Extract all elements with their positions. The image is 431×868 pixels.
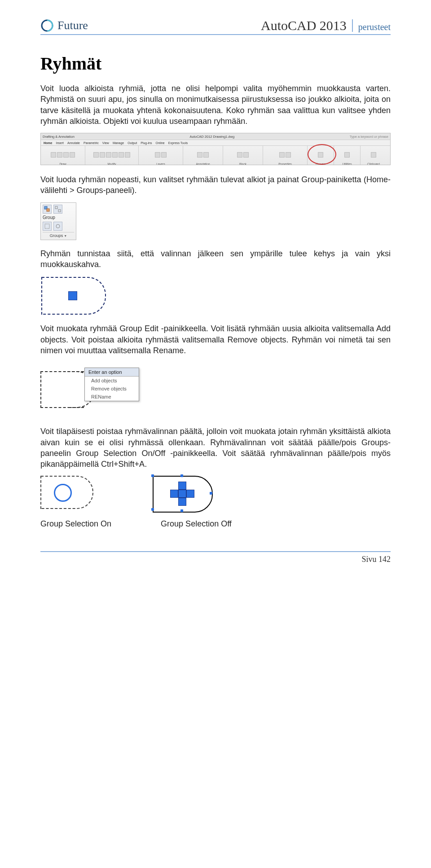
doc-subtitle: perusteet — [358, 22, 391, 32]
panel-properties: Properties — [263, 146, 308, 165]
app-title: AutoCAD 2012 Drawing1.dwg — [189, 135, 234, 139]
context-menu: Enter an option Add objects Remove objec… — [84, 368, 139, 401]
vertex-handle — [180, 509, 183, 512]
handle-center — [178, 490, 186, 498]
panel-clipboard: Clipboard — [361, 146, 387, 165]
menu-header: Enter an option — [85, 368, 139, 377]
panel-utilities: Utilities — [334, 146, 361, 165]
group-edit-icon[interactable] — [43, 222, 52, 231]
ungroup-icon[interactable] — [53, 205, 62, 214]
ribbon-tabs: Home Insert Annotate Parametric View Man… — [41, 140, 390, 146]
tab-express[interactable]: Express Tools — [168, 141, 188, 145]
handle-west — [170, 490, 178, 498]
group-button-label[interactable]: Group — [43, 215, 74, 220]
vertex-handle — [180, 474, 183, 477]
paragraph-selection-toggle: Voit tilapäisesti poistaa ryhmävalinnan … — [40, 426, 391, 469]
tab-manage[interactable]: Manage — [113, 141, 124, 145]
tab-view[interactable]: View — [102, 141, 109, 145]
title-separator — [352, 19, 353, 32]
panel-modify: Modify — [85, 146, 139, 165]
handle-north — [178, 482, 186, 490]
vertex-handle — [210, 492, 212, 495]
future-logo-icon — [40, 19, 54, 32]
groups-panel-screenshot: Group Groups — [40, 202, 76, 240]
svg-rect-3 — [55, 206, 57, 209]
ribbon-title-bar: Drafting & Annotation AutoCAD 2012 Drawi… — [41, 133, 390, 140]
handle-south — [178, 498, 186, 506]
selection-on-example — [40, 476, 94, 514]
menu-item-add[interactable]: Add objects — [85, 377, 139, 385]
panel-layers: Layers — [139, 146, 183, 165]
page-footer: Sivu 142 — [40, 551, 391, 564]
page-header: Future AutoCAD 2013 perusteet — [40, 18, 391, 35]
group-selection-icon[interactable] — [53, 222, 62, 231]
caption-on: Group Selection On — [40, 519, 111, 529]
tab-home[interactable]: Home — [44, 141, 52, 145]
page-number: Sivu 142 — [361, 555, 391, 564]
groups-panel-footer[interactable]: Groups — [43, 232, 74, 238]
selection-off-example — [153, 476, 216, 514]
panel-annotation: Annotation — [183, 146, 223, 165]
vertex-handle — [151, 474, 154, 477]
group-edit-menu-screenshot: Enter an option Add objects Remove objec… — [40, 362, 144, 416]
search-box[interactable]: Type a keyword or phrase — [350, 135, 388, 139]
header-title: AutoCAD 2013 perusteet — [261, 18, 391, 33]
handle-east — [186, 490, 194, 498]
brand-name: Future — [57, 19, 88, 32]
tab-parametric[interactable]: Parametric — [84, 141, 99, 145]
tab-online[interactable]: Online — [156, 141, 165, 145]
tab-annotate[interactable]: Annotate — [67, 141, 80, 145]
group-handle-icon — [68, 291, 77, 300]
selection-examples — [40, 476, 391, 514]
svg-point-6 — [56, 224, 60, 228]
svg-rect-2 — [47, 209, 49, 211]
tab-output[interactable]: Output — [128, 141, 137, 145]
paragraph-create: Voit luoda ryhmän nopeasti, kun valitset… — [40, 174, 391, 196]
paragraph-recognize: Ryhmän tunnistaa siitä, että valinnan jä… — [40, 248, 391, 270]
doc-title: AutoCAD 2013 — [261, 18, 347, 33]
group-icon[interactable] — [43, 205, 52, 214]
paragraph-edit: Voit muokata ryhmää Group Edit -painikke… — [40, 323, 391, 356]
panel-groups: Groups — [308, 146, 334, 165]
menu-item-rename[interactable]: REName — [85, 393, 139, 401]
svg-rect-5 — [45, 224, 49, 228]
tab-plugins[interactable]: Plug-ins — [141, 141, 152, 145]
group-frame-screenshot — [40, 276, 108, 314]
page-heading: Ryhmät — [40, 53, 391, 74]
panel-draw: Draw — [41, 146, 85, 165]
panel-block: Block — [223, 146, 263, 165]
caption-off: Group Selection Off — [161, 519, 232, 529]
menu-item-remove[interactable]: Remove objects — [85, 385, 139, 393]
svg-rect-4 — [58, 210, 61, 212]
workspace-dropdown[interactable]: Drafting & Annotation — [43, 135, 75, 139]
tab-insert[interactable]: Insert — [56, 141, 64, 145]
autocad-ribbon-screenshot: Drafting & Annotation AutoCAD 2012 Drawi… — [40, 133, 391, 165]
ribbon-body: Draw Modify Layers Annotation Block Prop… — [41, 146, 390, 165]
brand-logo: Future — [40, 19, 88, 32]
caption-row: Group Selection On Group Selection Off — [40, 519, 391, 529]
vertex-handle — [151, 508, 154, 511]
paragraph-intro: Voit luoda alkioista ryhmiä, jotta ne ol… — [40, 83, 391, 127]
